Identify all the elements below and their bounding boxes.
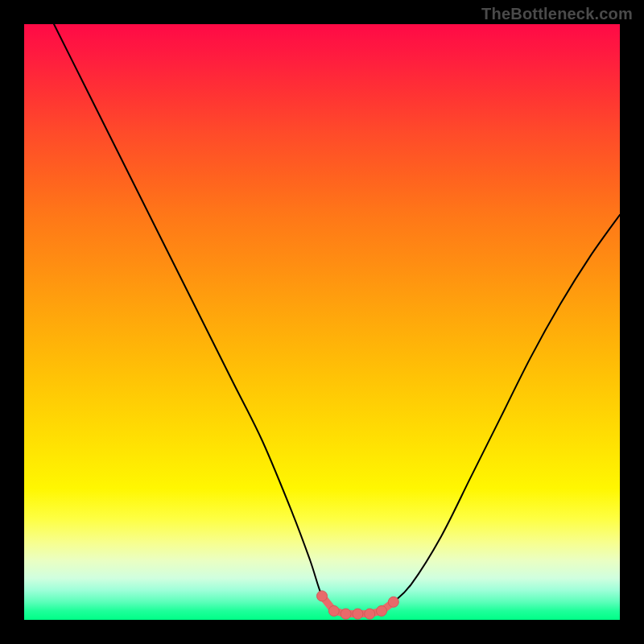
watermark-text: TheBottleneck.com [481, 5, 633, 23]
sweet-spot-marker [328, 605, 339, 616]
chart-frame: TheBottleneck.com [0, 0, 644, 644]
sweet-spot-marker [388, 597, 398, 607]
sweet-spot-marker [353, 609, 363, 619]
curve-layer [24, 24, 620, 620]
bottleneck-curve [54, 24, 620, 614]
sweet-spot-marker [341, 609, 351, 619]
sweet-spot-marker [317, 591, 328, 601]
sweet-spot-marker [365, 609, 375, 619]
sweet-spot-markers [317, 591, 399, 619]
plot-area [24, 24, 620, 620]
sweet-spot-marker [377, 605, 387, 616]
